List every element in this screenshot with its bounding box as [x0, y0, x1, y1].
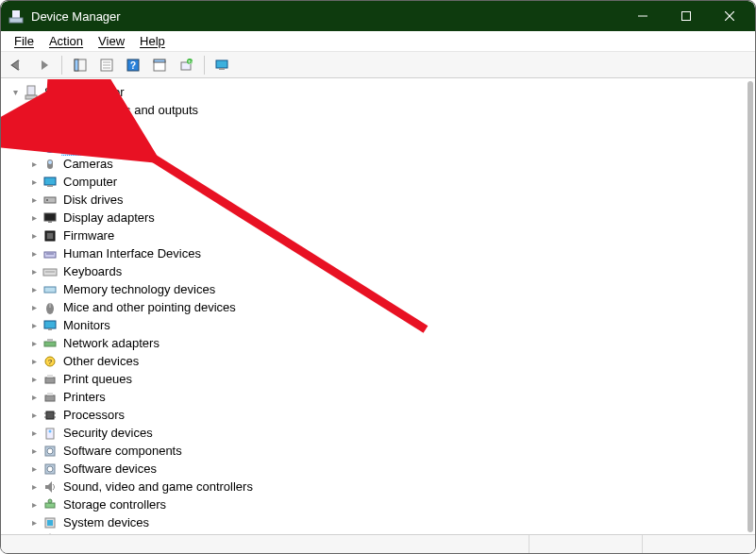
close-button[interactable]: [708, 1, 751, 31]
tree-node-label: Keyboards: [61, 262, 124, 280]
svg-rect-45: [48, 328, 52, 330]
forward-button[interactable]: [31, 55, 56, 76]
scan-for-hardware-button[interactable]: ↻: [174, 55, 198, 76]
tree-node[interactable]: ▸Software devices: [27, 460, 755, 478]
chevron-right-icon[interactable]: ▸: [27, 534, 41, 535]
minimize-button[interactable]: [621, 1, 664, 31]
app-icon: [8, 8, 24, 24]
tree-node[interactable]: ▸Human Interface Devices: [27, 244, 755, 262]
chevron-right-icon[interactable]: ▸: [27, 319, 41, 332]
battery-icon: [42, 121, 58, 136]
svg-rect-0: [9, 18, 23, 23]
svg-rect-54: [46, 411, 54, 419]
maximize-button[interactable]: [664, 1, 708, 31]
chevron-right-icon[interactable]: ▸: [27, 247, 41, 260]
tree-node-label: Software devices: [61, 460, 159, 478]
back-button[interactable]: [5, 55, 29, 76]
hid-icon: [42, 246, 58, 261]
tree-node-label: Processors: [61, 406, 126, 424]
tree-node-label: Human Interface Devices: [61, 244, 203, 262]
chevron-right-icon[interactable]: ▸: [27, 229, 41, 243]
tree-node[interactable]: ▸Storage controllers: [27, 495, 755, 513]
tree-node[interactable]: ▸Display adapters: [27, 209, 755, 227]
display-icon: [42, 210, 58, 226]
menu-help[interactable]: Help: [132, 32, 173, 50]
chevron-right-icon[interactable]: ▸: [27, 211, 41, 225]
chevron-right-icon[interactable]: ▸: [27, 337, 41, 350]
action-button[interactable]: [147, 55, 172, 76]
chevron-right-icon[interactable]: ▸: [27, 104, 41, 117]
memory-icon: [42, 282, 58, 297]
chevron-right-icon[interactable]: ▸: [27, 265, 41, 278]
chevron-right-icon[interactable]: ▸: [27, 140, 41, 153]
tree-node[interactable]: ▸Mice and other pointing devices: [27, 298, 755, 316]
tree-node[interactable]: ▸Computer: [27, 173, 755, 191]
menu-action[interactable]: Action: [42, 32, 91, 50]
disk-icon: [42, 193, 58, 208]
chevron-down-icon[interactable]: ▾: [8, 86, 22, 99]
chevron-right-icon[interactable]: ▸: [27, 445, 41, 458]
chevron-right-icon[interactable]: ▸: [27, 373, 41, 386]
status-bar: [1, 534, 755, 554]
tree-node[interactable]: ▸Bluetooth: [27, 137, 755, 155]
menu-view[interactable]: View: [91, 32, 132, 50]
device-tree-pane: ▾SagarPredator▸Audio inputs and outputs▸…: [1, 78, 755, 534]
svg-rect-34: [48, 221, 52, 223]
tree-node[interactable]: ▸Print queues: [27, 370, 755, 388]
tree-node[interactable]: ▸Software components: [27, 442, 755, 460]
tree-node[interactable]: ▸?Other devices: [27, 352, 755, 370]
show-hide-console-tree-button[interactable]: [68, 55, 92, 76]
audio-icon: [42, 103, 58, 118]
software-icon: [42, 462, 58, 477]
tree-node[interactable]: ▸Monitors: [27, 316, 755, 334]
chevron-right-icon[interactable]: ▸: [27, 158, 41, 171]
devices-and-printers-button[interactable]: [210, 55, 235, 76]
properties-button[interactable]: [94, 55, 119, 76]
svg-rect-8: [75, 59, 78, 71]
chevron-right-icon[interactable]: ▸: [27, 122, 41, 135]
bluetooth-icon: [42, 139, 58, 154]
tree-node[interactable]: ▸System devices: [27, 513, 755, 531]
svg-rect-53: [47, 393, 53, 395]
device-tree[interactable]: ▾SagarPredator▸Audio inputs and outputs▸…: [1, 79, 755, 534]
vertical-scrollbar[interactable]: [748, 81, 753, 532]
tree-node[interactable]: ▸Firmware: [27, 227, 755, 244]
tree-node[interactable]: ▸Audio inputs and outputs: [27, 101, 755, 119]
tree-node[interactable]: ▸Universal Serial Bus controllers: [27, 531, 755, 534]
chevron-right-icon[interactable]: ▸: [27, 516, 41, 529]
menu-file[interactable]: File: [7, 32, 42, 50]
tree-node[interactable]: ▸Processors: [27, 406, 755, 424]
svg-rect-50: [45, 378, 55, 383]
chevron-right-icon[interactable]: ▸: [27, 193, 41, 207]
tree-node[interactable]: ▸Disk drives: [27, 191, 755, 209]
chevron-right-icon[interactable]: ▸: [27, 176, 41, 189]
chevron-right-icon[interactable]: ▸: [27, 462, 41, 476]
status-cell: [529, 535, 642, 554]
svg-rect-30: [47, 185, 53, 187]
tree-node[interactable]: ▸Network adapters: [27, 334, 755, 352]
chevron-right-icon[interactable]: ▸: [27, 283, 41, 296]
chevron-right-icon[interactable]: ▸: [27, 391, 41, 404]
help-button[interactable]: ?: [121, 55, 145, 76]
computer-icon: [24, 85, 39, 100]
tree-node[interactable]: ▸Security devices: [27, 424, 755, 442]
chevron-right-icon[interactable]: ▸: [27, 427, 41, 440]
tree-node[interactable]: ▸Printers: [27, 388, 755, 406]
tree-root-node[interactable]: ▾SagarPredator: [8, 83, 755, 101]
chevron-right-icon[interactable]: ▸: [27, 355, 41, 368]
tree-node[interactable]: ▸Memory technology devices: [27, 280, 755, 298]
svg-text:↻: ↻: [188, 59, 193, 64]
chevron-right-icon[interactable]: ▸: [27, 480, 41, 494]
titlebar: Device Manager: [1, 1, 755, 31]
status-cell: [642, 535, 755, 554]
tree-node[interactable]: ▸Cameras: [27, 155, 755, 173]
keyboard-icon: [42, 264, 58, 279]
chevron-right-icon[interactable]: ▸: [27, 409, 41, 422]
tree-node[interactable]: ▸Sound, video and game controllers: [27, 478, 755, 495]
svg-rect-47: [47, 339, 53, 342]
tree-node[interactable]: ▸Keyboards: [27, 262, 755, 280]
chevron-right-icon[interactable]: ▸: [27, 301, 41, 314]
chevron-right-icon[interactable]: ▸: [27, 498, 41, 512]
monitor-icon: [42, 318, 58, 333]
tree-node[interactable]: ▸Batteries: [27, 119, 755, 137]
